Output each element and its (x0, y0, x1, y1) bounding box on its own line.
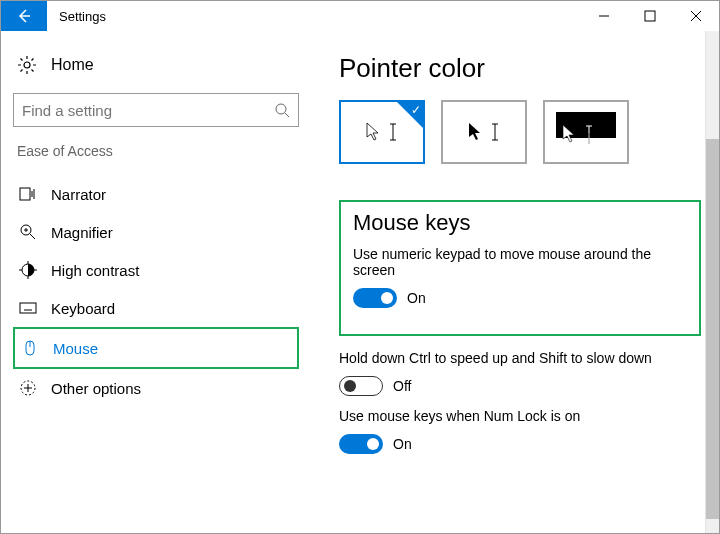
settings-window: Settings Home Ease of Access Narrator (0, 0, 720, 534)
ibeam-icon (490, 122, 500, 142)
mouse-keys-section: Mouse keys Use numeric keypad to move mo… (339, 200, 701, 336)
sidebar-item-label: Keyboard (51, 300, 115, 317)
mouse-icon (21, 339, 39, 357)
pointer-color-inverted[interactable] (543, 100, 629, 164)
home-nav[interactable]: Home (13, 49, 299, 93)
options-icon (19, 379, 37, 397)
window-title: Settings (47, 9, 106, 24)
mouse-keys-description: Use numeric keypad to move mouse around … (353, 246, 687, 278)
sidebar-item-label: Other options (51, 380, 141, 397)
numlock-toggle[interactable] (339, 434, 383, 454)
minimize-button[interactable] (581, 1, 627, 31)
numlock-description: Use mouse keys when Num Lock is on (339, 408, 701, 424)
back-button[interactable] (1, 1, 47, 31)
search-input[interactable] (22, 102, 274, 119)
pointer-color-white[interactable]: ✓ (339, 100, 425, 164)
titlebar: Settings (1, 1, 719, 31)
home-label: Home (51, 56, 94, 74)
search-icon (274, 102, 290, 118)
section-heading: Ease of Access (17, 143, 299, 159)
cursor-icon (366, 122, 382, 142)
toggle-state-label: On (407, 290, 426, 306)
cursor-icon (562, 124, 578, 144)
sidebar-item-label: Narrator (51, 186, 106, 203)
keyboard-icon (19, 299, 37, 317)
sidebar-item-magnifier[interactable]: Magnifier (13, 213, 299, 251)
close-button[interactable] (673, 1, 719, 31)
pointer-color-black[interactable] (441, 100, 527, 164)
scrollbar-thumb[interactable] (706, 139, 719, 519)
svg-point-5 (24, 62, 30, 68)
window-controls (581, 1, 719, 31)
magnifier-icon (19, 223, 37, 241)
narrator-icon (19, 185, 37, 203)
check-icon: ✓ (411, 103, 421, 117)
pointer-color-options: ✓ (339, 100, 701, 164)
gear-icon (17, 55, 37, 75)
ctrl-shift-description: Hold down Ctrl to speed up and Shift to … (339, 350, 701, 366)
svg-point-6 (276, 104, 286, 114)
pointer-color-heading: Pointer color (339, 53, 701, 84)
sidebar-item-label: Mouse (53, 340, 98, 357)
sidebar-item-other-options[interactable]: Other options (13, 369, 299, 407)
ctrl-shift-toggle[interactable] (339, 376, 383, 396)
svg-line-10 (30, 234, 35, 239)
mouse-keys-toggle[interactable] (353, 288, 397, 308)
toggle-state-label: On (393, 436, 412, 452)
scrollbar[interactable] (705, 31, 719, 533)
svg-line-7 (285, 113, 289, 117)
sidebar-item-keyboard[interactable]: Keyboard (13, 289, 299, 327)
svg-rect-2 (645, 11, 655, 21)
sidebar-item-narrator[interactable]: Narrator (13, 175, 299, 213)
svg-rect-8 (20, 188, 30, 200)
cursor-icon (468, 122, 484, 142)
ibeam-icon (584, 124, 594, 144)
contrast-icon (19, 261, 37, 279)
sidebar-item-high-contrast[interactable]: High contrast (13, 251, 299, 289)
sidebar-item-mouse[interactable]: Mouse (13, 327, 299, 369)
mouse-keys-heading: Mouse keys (353, 210, 687, 236)
sidebar-item-label: Magnifier (51, 224, 113, 241)
main-content: Pointer color ✓ (311, 31, 719, 533)
search-box[interactable] (13, 93, 299, 127)
svg-rect-18 (20, 303, 36, 313)
arrow-left-icon (16, 8, 32, 24)
maximize-button[interactable] (627, 1, 673, 31)
toggle-state-label: Off (393, 378, 411, 394)
sidebar-item-label: High contrast (51, 262, 139, 279)
sidebar: Home Ease of Access Narrator Magnifier H… (1, 31, 311, 533)
